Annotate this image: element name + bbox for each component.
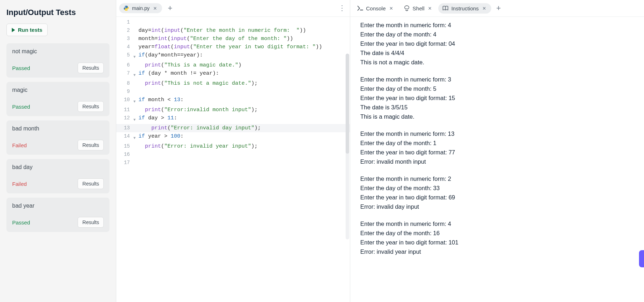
fold-icon	[132, 159, 137, 160]
fold-icon	[132, 142, 137, 144]
side-handle[interactable]	[639, 250, 644, 267]
code-line[interactable]: 14▼if year > 100:	[116, 132, 350, 142]
fold-icon	[132, 35, 137, 36]
tab-shell-label: Shell	[413, 5, 424, 11]
code-line[interactable]: 10▼if month < 13:	[116, 96, 350, 106]
run-tests-button[interactable]: Run tests	[6, 24, 48, 36]
code-line[interactable]: 15 print("Error: invalid year input");	[116, 142, 350, 150]
sample-line: Enter the year in two digit format: 15	[360, 93, 634, 103]
code-content: print("This is not a magic date.");	[137, 79, 350, 88]
tab-shell[interactable]: Shell ✕	[400, 3, 437, 14]
code-line[interactable]: 2day=int(input("Enter the month in numer…	[116, 26, 350, 35]
code-line[interactable]: 11 print("Error:invalid month input");	[116, 106, 350, 114]
code-content: if day > 11:	[137, 114, 350, 122]
editor-menu-button[interactable]: ⋮	[338, 4, 346, 12]
sample-line: Enter the month in numeric form: 2	[360, 174, 634, 183]
right-tabbar: Console ✕ Shell ✕ Instructions ✕ +	[350, 0, 644, 17]
results-button[interactable]: Results	[78, 140, 104, 150]
line-number: 8	[116, 79, 132, 88]
play-icon	[12, 28, 15, 32]
editor-tab-label: main.py	[132, 5, 150, 11]
sample-group: Enter the month in numeric form: 3Enter …	[360, 75, 634, 121]
sample-group: Enter the month in numeric form: 2Enter …	[360, 174, 634, 211]
fold-icon[interactable]: ▼	[132, 96, 137, 106]
tab-instructions[interactable]: Instructions ✕	[438, 3, 491, 14]
sample-line: This is not a magic date.	[360, 58, 634, 67]
line-number: 16	[116, 150, 132, 159]
sample-line: Enter the month in numeric form: 4	[360, 219, 634, 228]
fold-icon	[132, 124, 137, 126]
line-number: 17	[116, 159, 132, 167]
code-line[interactable]: 17	[116, 159, 350, 167]
results-button[interactable]: Results	[78, 217, 104, 228]
sample-group: Enter the month in numeric form: 4Enter …	[360, 20, 634, 67]
results-button[interactable]: Results	[78, 101, 104, 112]
fold-icon	[132, 79, 137, 81]
results-button[interactable]: Results	[78, 178, 104, 189]
code-content: print("This is a magic date.")	[137, 61, 350, 69]
fold-icon[interactable]: ▼	[132, 114, 137, 124]
sample-line: Enter the year in two digit format: 69	[360, 193, 634, 202]
test-card[interactable]: magicPassedResults	[6, 82, 109, 116]
code-line[interactable]: 13 print("Error: invalid day input");	[116, 124, 350, 132]
test-card[interactable]: bad yearPassedResults	[6, 198, 109, 232]
fold-icon	[132, 26, 137, 28]
test-card[interactable]: not magicPassedResults	[6, 43, 109, 78]
fold-icon	[132, 88, 137, 89]
test-status: Passed	[12, 104, 30, 110]
sample-line: Enter the year in two digit format: 101	[360, 238, 634, 247]
run-tests-label: Run tests	[18, 27, 42, 33]
code-line[interactable]: 12▼if day > 11:	[116, 114, 350, 124]
code-content: if month < 13:	[137, 96, 350, 104]
line-number: 6	[116, 61, 132, 69]
test-card[interactable]: bad monthFailedResults	[6, 120, 109, 155]
sample-line: Enter the year in two digit format: 77	[360, 148, 634, 157]
code-line[interactable]: 16	[116, 150, 350, 159]
line-number: 4	[116, 43, 132, 51]
code-line[interactable]: 8 print("This is not a magic date.");	[116, 79, 350, 88]
sample-line: The date is 4/4/4	[360, 48, 634, 58]
scrollbar-thumb[interactable]	[346, 54, 349, 154]
sample-line: Enter the month in numeric form: 3	[360, 75, 634, 84]
code-line[interactable]: 4year=float(input("Enter the year in two…	[116, 43, 350, 51]
code-content: day=int(input("Enter the month in numeri…	[137, 26, 350, 35]
test-status: Passed	[12, 219, 30, 226]
code-line[interactable]: 1	[116, 18, 350, 26]
close-icon[interactable]: ✕	[427, 6, 433, 11]
scrollbar[interactable]	[346, 54, 349, 239]
line-number: 11	[116, 106, 132, 114]
code-line[interactable]: 7▼if (day * month != year):	[116, 69, 350, 79]
test-card[interactable]: bad dayFailedResults	[6, 159, 109, 193]
code-content: print("Error: invalid year input");	[137, 142, 350, 150]
code-line[interactable]: 3month=int(input("Enter the day of the m…	[116, 35, 350, 43]
close-icon[interactable]: ✕	[482, 6, 487, 11]
fold-icon	[132, 150, 137, 152]
tab-console[interactable]: Console ✕	[353, 3, 398, 14]
tab-console-label: Console	[366, 5, 386, 11]
sample-line: Enter the day of the month: 1	[360, 138, 634, 148]
editor-tab-main[interactable]: main.py ✕	[119, 3, 162, 13]
line-number: 12	[116, 114, 132, 122]
code-content: print("Error: invalid day input");	[137, 124, 350, 132]
close-icon[interactable]: ✕	[152, 6, 158, 11]
code-line[interactable]: 5▼if(day*month==year):	[116, 51, 350, 61]
sample-line: Error: invalid day input	[360, 202, 634, 211]
fold-icon[interactable]: ▼	[132, 69, 137, 79]
fold-icon	[132, 18, 137, 20]
code-editor[interactable]: 12day=int(input("Enter the month in nume…	[116, 17, 350, 302]
close-icon[interactable]: ✕	[389, 6, 394, 11]
shell-icon	[404, 5, 410, 11]
test-title: bad month	[12, 125, 104, 132]
code-line[interactable]: 9	[116, 88, 350, 96]
add-right-tab-button[interactable]: +	[493, 2, 504, 14]
code-line[interactable]: 6 print("This is a magic date.")	[116, 61, 350, 69]
fold-icon[interactable]: ▼	[132, 51, 137, 61]
line-number: 13	[116, 124, 132, 132]
sample-line: Enter the month in numeric form: 4	[360, 20, 634, 30]
line-number: 10	[116, 96, 132, 104]
add-tab-button[interactable]: +	[164, 2, 176, 14]
fold-icon[interactable]: ▼	[132, 132, 137, 142]
test-status: Failed	[12, 181, 27, 187]
results-button[interactable]: Results	[78, 63, 104, 73]
tests-panel: Input/Output Tests Run tests not magicPa…	[0, 0, 116, 302]
